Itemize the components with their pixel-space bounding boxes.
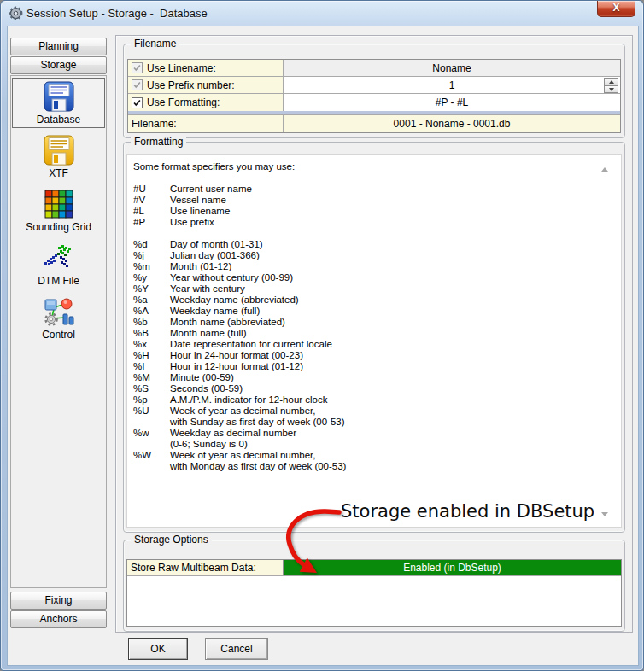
sidebar-item-database[interactable]: Database [12,78,105,128]
option-label-cell: Use Prefix number: [128,77,284,93]
specifier-code: #P [133,217,170,228]
app-gear-icon [9,6,23,20]
specifier-description: A.M./P.M. indicator for 12-hour clock [170,394,328,406]
format-specifier-row: %bMonth name (abbreviated) [133,317,621,328]
sidebar-button-planning[interactable]: Planning [10,38,107,55]
window-title: Session Setup - Storage - Database [26,7,208,20]
specifier-description: Use prefix [170,217,214,228]
specifier-code [133,461,170,472]
format-specifier-row: #LUse linename [133,206,621,217]
sidebar-item-control[interactable]: Control [12,293,105,343]
sidebar-item-xtf[interactable]: XTF [12,131,105,182]
sidebar-button-storage[interactable]: Storage [10,56,107,74]
checkbox-checked-icon[interactable] [132,79,143,90]
checkbox-checked-icon[interactable] [132,97,143,108]
specifier-code: %w [133,428,170,439]
close-button[interactable]: X [597,1,635,17]
specifier-description: Use linename [170,206,230,217]
sidebar-button-fixing[interactable]: Fixing [10,592,107,610]
specifier-code: %Y [133,283,170,295]
format-specifier-row: %xDate representation for current locale [133,339,621,350]
specifier-description: (0-6; Sunday is 0) [170,439,248,450]
specifier-description: Hour in 24-hour format (00-23) [170,350,303,361]
sidebar-button-anchors[interactable]: Anchors [10,610,107,628]
specifier-code: %b [133,317,170,328]
format-specifier-row: %BMonth name (full) [133,328,621,339]
format-specifier-row: #PUse prefix [133,217,621,228]
specifier-description: Month name (full) [170,328,246,339]
scroll-down-icon[interactable] [601,512,608,516]
option-label-cell: Use Linename: [128,60,284,76]
spin-down-icon[interactable] [604,85,618,93]
format-specifier-row: %wWeekday as decimal number [133,428,621,439]
filename-group-title: Filename [131,38,179,50]
option-label: Use Linename: [147,62,216,74]
option-label: Use Prefix number: [147,79,235,91]
checkbox-checked-icon[interactable] [132,62,143,73]
option-value-field[interactable]: #P - #L [284,94,620,111]
specifier-description: Hour in 12-hour format (01-12) [170,361,303,372]
specifier-description: Current user name [170,184,252,195]
specifier-description: Weekday name (full) [170,306,260,317]
formatting-specifier-list: #UCurrent user name#VVessel name#LUse li… [133,184,621,472]
specifier-description: Date representation for current locale [170,339,332,350]
session-setup-dialog: Session Setup - Storage - Database X Pla… [0,0,644,671]
spin-up-icon[interactable] [604,78,618,85]
sidebar-item-label: XTF [49,167,68,179]
prefix-number-spinner [604,78,618,93]
format-specifier-row: (0-6; Sunday is 0) [133,439,621,450]
specifier-code: %W [133,450,170,461]
formatting-group-title: Formatting [131,136,186,148]
option-value-field[interactable]: 1 [284,77,620,93]
blank-line [133,228,621,239]
option-label-cell: Use Formatting: [128,94,284,111]
format-specifier-row: %yYear without century (00-99) [133,272,621,283]
format-specifier-row: with Sunday as first day of week (00-53) [133,417,621,428]
specifier-code: %M [133,372,170,383]
specifier-description: Seconds (00-59) [170,383,243,394]
cancel-button[interactable]: Cancel [205,638,268,660]
specifier-code: #V [133,195,170,206]
database-floppy-icon [43,80,75,113]
filename-rows: Use Linename:NonameUse Prefix number:1Us… [128,60,620,111]
specifier-code: %S [133,383,170,394]
sidebar-item-label: DTM File [38,275,79,287]
format-specifier-row: %SSeconds (00-59) [133,383,621,394]
format-specifier-row: #VVessel name [133,195,621,206]
option-label: Use Formatting: [147,96,220,108]
format-specifier-row: with Monday as first day of week (00-53) [133,461,621,472]
sidebar-item-dtm-file[interactable]: DTM File [12,239,105,289]
specifier-code: #L [133,206,170,217]
titlebar[interactable]: Session Setup - Storage - Database X [1,1,643,26]
specifier-description: Week of year as decimal number, [170,406,315,417]
format-specifier-row: %aWeekday name (abbreviated) [133,295,621,306]
storage-options-title: Storage Options [131,534,212,546]
specifier-description: Year without century (00-99) [170,272,293,283]
format-specifier-row: %dDay of month (01-31) [133,239,621,250]
filename-option-row: Use Linename:Noname [128,60,620,77]
specifier-code: %U [133,406,170,417]
formatting-intro: Some format specifiers you may use: [133,161,621,172]
ok-button[interactable]: OK [128,638,188,660]
specifier-description: Month name (abbreviated) [170,317,285,328]
specifier-code: %m [133,261,170,272]
option-value: #P - #L [436,96,468,108]
close-icon: X [612,2,619,14]
specifier-description: Year with century [170,283,245,295]
filename-group: Filename Use Linename:NonameUse Prefix n… [123,44,625,138]
sidebar-item-label: Sounding Grid [26,221,91,233]
specifier-description: with Monday as first day of week (00-53) [170,461,346,472]
specifier-code: %H [133,350,170,361]
sidebar-item-label: Control [42,329,75,341]
format-specifier-row: %HHour in 24-hour format (00-23) [133,350,621,361]
specifier-description: Julian day (001-366) [170,250,260,261]
scroll-up-icon[interactable] [601,167,608,172]
specifier-description: Weekday as decimal number [170,428,296,439]
option-value: 1 [449,79,455,91]
sidebar-item-sounding-grid[interactable]: Sounding Grid [12,185,105,236]
option-value-field[interactable]: Noname [284,60,620,76]
specifier-code: %p [133,394,170,406]
specifier-code: %A [133,306,170,317]
specifier-code: %I [133,361,170,372]
format-specifier-row: %YYear with century [133,283,621,295]
